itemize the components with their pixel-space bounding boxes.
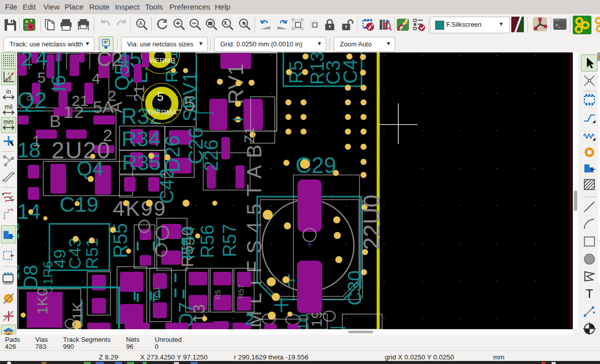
svg-text:226: 226: [201, 140, 222, 171]
svg-text:5: 5: [157, 90, 164, 103]
svg-text:24: 24: [21, 52, 51, 70]
svg-text:D8: D8: [20, 265, 41, 289]
svg-text:5: 5: [37, 69, 46, 86]
svg-text:THERMB: THERMB: [145, 56, 175, 65]
svg-text:21: 21: [72, 92, 88, 109]
svg-text:C2: C2: [97, 52, 123, 70]
svg-text:A: A: [106, 101, 126, 113]
svg-text:>_: >_: [556, 23, 561, 28]
svg-text:Q3: Q3: [25, 92, 33, 101]
svg-text:C42: C42: [156, 168, 177, 204]
svg-text:2: 2: [245, 309, 255, 328]
svg-text:R5: R5: [213, 290, 222, 299]
svg-text:Z1: Z1: [242, 127, 257, 143]
svg-text:1C: 1C: [17, 222, 22, 240]
svg-text:1: 1: [32, 133, 41, 149]
svg-text:C43: C43: [65, 238, 84, 269]
svg-text:R34: R34: [122, 127, 160, 151]
svg-text:R56: R56: [197, 225, 218, 258]
svg-text:C29: C29: [295, 153, 336, 177]
svg-text:in: in: [6, 88, 11, 95]
svg-text:mm: mm: [4, 118, 14, 126]
svg-text:10: 10: [295, 314, 312, 329]
svg-text:4: 4: [92, 70, 100, 87]
svg-text:T: T: [586, 287, 593, 300]
svg-text:C4: C4: [340, 59, 361, 84]
svg-text:R57: R57: [236, 284, 245, 298]
svg-text:r: r: [8, 71, 10, 76]
svg-text:21: 21: [131, 85, 147, 102]
svg-text:mil: mil: [5, 103, 12, 110]
svg-text:R57: R57: [219, 224, 240, 257]
svg-text:A: A: [139, 20, 143, 26]
svg-text:I6: I6: [47, 75, 70, 92]
svg-text:1K0: 1K0: [34, 288, 50, 315]
svg-text:2: 2: [108, 87, 116, 104]
svg-text:THERMA: THERMA: [147, 108, 177, 116]
svg-text:θ: θ: [9, 77, 11, 82]
svg-text:16: 16: [17, 264, 22, 280]
svg-text:D26: D26: [161, 136, 184, 172]
svg-text:R54: R54: [178, 226, 199, 259]
svg-text:B: B: [49, 111, 61, 131]
svg-text:R35: R35: [122, 151, 161, 174]
svg-text:2: 2: [103, 126, 112, 145]
